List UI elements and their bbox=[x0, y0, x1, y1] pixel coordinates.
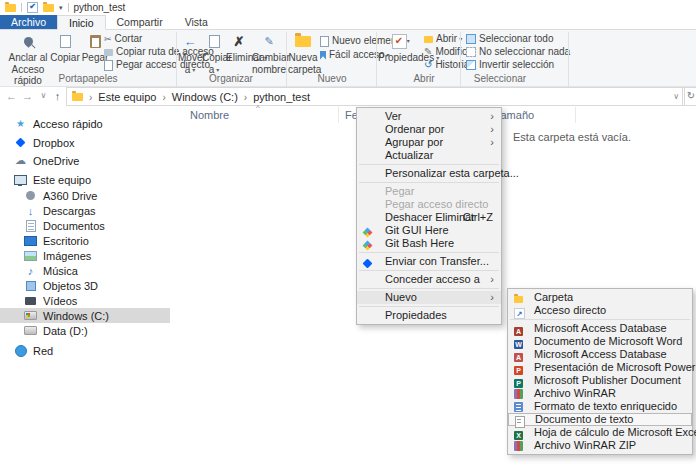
sidebar-item-este-equipo[interactable]: Este equipo bbox=[0, 172, 170, 187]
address-dropdown-caret-icon[interactable]: ∨ bbox=[673, 92, 679, 101]
select-none-button[interactable]: No seleccionar nada bbox=[466, 46, 570, 58]
address-box[interactable]: Este equipo Windows (C:) python_test ∨ bbox=[66, 87, 685, 106]
history-button[interactable]: Historial bbox=[424, 59, 472, 71]
sidebar-item-imagenes[interactable]: Imágenes bbox=[0, 248, 170, 263]
properties-icon bbox=[392, 34, 407, 49]
quick-access-star-icon bbox=[14, 118, 27, 129]
menu-item-ver[interactable]: Ver bbox=[357, 110, 501, 123]
menu-item-git-bash-here[interactable]: Git Bash Here bbox=[357, 237, 501, 250]
menu-item-ordenar-por[interactable]: Ordenar por bbox=[357, 123, 501, 136]
tab-inicio[interactable]: Inicio bbox=[57, 15, 106, 30]
menu-item-pegar-acceso-directo[interactable]: Pegar acceso directo bbox=[357, 198, 501, 211]
menu-item-agrupar-por[interactable]: Agrupar por bbox=[357, 136, 501, 149]
sidebar-item-musica[interactable]: Música bbox=[0, 263, 170, 278]
title-bar: python_test bbox=[0, 0, 696, 15]
qat-customize-caret-icon[interactable] bbox=[59, 4, 63, 12]
qat-properties-button[interactable] bbox=[27, 2, 38, 13]
up-button[interactable]: ↑ bbox=[50, 87, 65, 105]
address-bar-row: ← → ∨ ↑ Este equipo Windows (C:) python_… bbox=[0, 87, 696, 106]
ribbon: Anclar al Acceso rápido Copiar Pegar Cor… bbox=[0, 30, 696, 87]
sidebar-item-videos[interactable]: Vídeos bbox=[0, 293, 170, 308]
menu-item-propiedades[interactable]: Propiedades bbox=[357, 309, 501, 322]
paste-shortcut-icon bbox=[104, 60, 113, 71]
menu-item-git-gui-here[interactable]: Git GUI Here bbox=[357, 224, 501, 237]
sidebar-item-acceso-rapido[interactable]: Acceso rápido bbox=[0, 116, 170, 131]
menu-item-enviar-con-transfer[interactable]: Enviar con Transfer... bbox=[357, 255, 501, 268]
submenu-item-winrar-archive[interactable]: Archivo WinRAR bbox=[508, 387, 692, 400]
winrar-icon bbox=[514, 389, 523, 399]
tab-compartir[interactable]: Compartir bbox=[106, 15, 174, 29]
dropbox-icon bbox=[16, 138, 26, 148]
column-header-nombre[interactable]: Nombre bbox=[190, 109, 229, 121]
submenu-item-text-document[interactable]: Documento de texto bbox=[508, 413, 692, 426]
sidebar-item-descargas[interactable]: Descargas bbox=[0, 203, 170, 218]
folder-icon bbox=[514, 296, 523, 303]
menu-item-actualizar[interactable]: Actualizar bbox=[357, 149, 501, 162]
menu-item-pegar[interactable]: Pegar bbox=[357, 185, 501, 198]
scissors-icon bbox=[104, 33, 112, 45]
menu-divider bbox=[359, 182, 499, 183]
sidebar-item-escritorio[interactable]: Escritorio bbox=[0, 233, 170, 248]
sidebar-item-red[interactable]: Red bbox=[0, 343, 170, 358]
window-title: python_test bbox=[74, 2, 126, 13]
submenu-item-access-database-2[interactable]: AMicrosoft Access Database bbox=[508, 348, 692, 361]
submenu-item-access-database-1[interactable]: AMicrosoft Access Database bbox=[508, 322, 692, 335]
submenu-item-carpeta[interactable]: Carpeta bbox=[508, 291, 692, 304]
documents-icon bbox=[26, 220, 36, 232]
forward-button[interactable]: → bbox=[20, 87, 35, 105]
divider bbox=[68, 3, 69, 12]
shortcut-icon bbox=[514, 308, 525, 319]
open-button[interactable]: Abrir bbox=[424, 33, 462, 45]
menu-item-personalizar[interactable]: Personalizar esta carpeta... bbox=[357, 167, 501, 180]
edit-icon bbox=[424, 46, 432, 58]
refresh-button[interactable]: ↻ bbox=[682, 87, 696, 106]
windows-drive-icon bbox=[24, 311, 37, 320]
navigation-pane: Acceso rápido Dropbox OneDrive Este equi… bbox=[0, 106, 170, 465]
select-all-button[interactable]: Seleccionar todo bbox=[466, 33, 554, 45]
sidebar-item-objetos-3d[interactable]: Objetos 3D bbox=[0, 278, 170, 293]
submenu-item-rich-text-format[interactable]: Formato de texto enriquecido bbox=[508, 400, 692, 413]
group-label-seleccionar: Seleccionar bbox=[450, 73, 550, 84]
videos-icon bbox=[25, 297, 36, 305]
select-all-icon bbox=[466, 34, 476, 44]
git-icon bbox=[363, 241, 373, 251]
tab-archivo[interactable]: Archivo bbox=[0, 15, 57, 29]
menu-item-nuevo[interactable]: Nuevo bbox=[357, 291, 501, 304]
recent-locations-caret-icon[interactable]: ∨ bbox=[36, 87, 51, 105]
breadcrumb-windows-c[interactable]: Windows (C:) bbox=[156, 91, 237, 103]
menu-divider bbox=[359, 252, 499, 253]
sidebar-item-dropbox[interactable]: Dropbox bbox=[0, 135, 170, 150]
new-item-icon bbox=[320, 36, 329, 47]
group-label-organizar: Organizar bbox=[178, 73, 284, 84]
new-folder-icon bbox=[295, 36, 311, 47]
git-icon bbox=[363, 228, 373, 238]
cut-button[interactable]: Cortar bbox=[104, 33, 142, 45]
submenu-item-word-document[interactable]: WDocumento de Microsoft Word bbox=[508, 335, 692, 348]
sidebar-item-data-d[interactable]: Data (D:) bbox=[0, 323, 170, 338]
group-label-portapapeles: Portapapeles bbox=[0, 73, 176, 84]
submenu-item-powerpoint-presentation[interactable]: PPresentación de Microsoft PowerPoint bbox=[508, 361, 692, 374]
tab-vista[interactable]: Vista bbox=[174, 15, 219, 29]
easy-access-icon bbox=[320, 51, 326, 60]
divider bbox=[21, 3, 22, 12]
sort-ascending-icon: ^ bbox=[256, 103, 260, 112]
breadcrumb-este-equipo[interactable]: Este equipo bbox=[83, 91, 156, 103]
invert-selection-button[interactable]: Invertir selección bbox=[466, 59, 554, 71]
submenu-item-acceso-directo[interactable]: Acceso directo bbox=[508, 304, 692, 317]
menu-divider bbox=[359, 288, 499, 289]
submenu-item-excel-spreadsheet[interactable]: XHoja de cálculo de Microsoft Excel bbox=[508, 426, 692, 439]
menu-item-conceder-acceso-a[interactable]: Conceder acceso a bbox=[357, 273, 501, 286]
sidebar-item-documentos[interactable]: Documentos bbox=[0, 218, 170, 233]
submenu-item-winrar-zip-archive[interactable]: Archivo WinRAR ZIP bbox=[508, 439, 692, 452]
copy-path-icon bbox=[104, 49, 113, 56]
qat-new-folder-button[interactable] bbox=[43, 4, 54, 12]
breadcrumb-python-test[interactable]: python_test bbox=[238, 91, 310, 103]
select-none-icon bbox=[466, 47, 476, 57]
sidebar-item-a360-drive[interactable]: A360 Drive bbox=[0, 188, 170, 203]
submenu-item-publisher-document[interactable]: PMicrosoft Publisher Document bbox=[508, 374, 692, 387]
sidebar-item-windows-c[interactable]: Windows (C:) bbox=[0, 308, 170, 323]
empty-folder-message: Esta carpeta está vacía. bbox=[513, 131, 631, 143]
back-button[interactable]: ← bbox=[4, 87, 19, 105]
menu-item-deshacer-eliminar[interactable]: Deshacer EliminarCtrl+Z bbox=[357, 211, 501, 224]
sidebar-item-onedrive[interactable]: OneDrive bbox=[0, 153, 170, 168]
